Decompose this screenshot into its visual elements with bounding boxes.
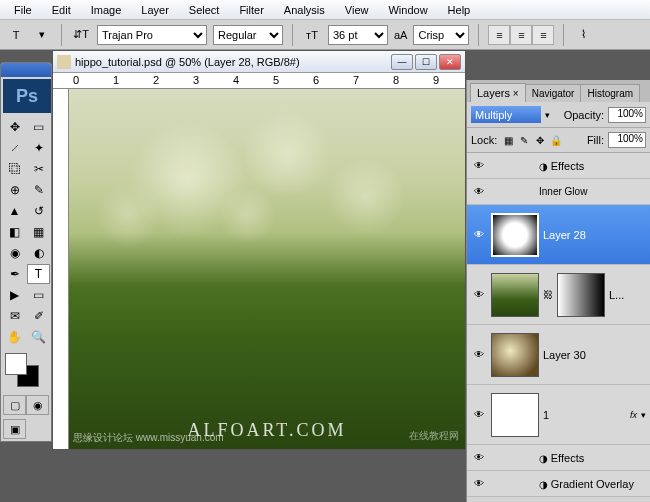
layer-name[interactable]: Layer 30 (543, 349, 646, 361)
maximize-button[interactable]: ☐ (415, 54, 437, 70)
font-family-select[interactable]: Trajan Pro (97, 25, 207, 45)
layer-row[interactable]: 👁 1 fx▾ (467, 385, 650, 445)
options-bar: T ▾ ⇵T Trajan Pro Regular тT 36 pt aA Cr… (0, 20, 650, 50)
lock-position-icon[interactable]: ✥ (533, 133, 547, 147)
visibility-toggle-icon[interactable]: 👁 (471, 347, 487, 363)
effect-inner-glow[interactable]: 👁 Inner Glow (467, 179, 650, 205)
layer-row[interactable]: 👁 Layer 30 (467, 325, 650, 385)
marquee-tool[interactable]: ▭ (27, 117, 50, 137)
history-brush-tool[interactable]: ↺ (27, 201, 50, 221)
align-center-button[interactable]: ≡ (510, 25, 532, 45)
dropdown-icon[interactable]: ▾ (32, 25, 52, 45)
layer-row[interactable]: 👁 ⛓ L... (467, 265, 650, 325)
menu-analysis[interactable]: Analysis (274, 2, 335, 18)
effects-label: ◑ Effects (491, 452, 584, 464)
eraser-tool[interactable]: ◧ (3, 222, 26, 242)
layer-thumbnail[interactable] (491, 213, 539, 257)
menu-filter[interactable]: Filter (229, 2, 273, 18)
pen-tool[interactable]: ✒ (3, 264, 26, 284)
effects-row[interactable]: 👁 ◑ Effects (467, 153, 650, 179)
menu-file[interactable]: File (4, 2, 42, 18)
visibility-toggle-icon[interactable]: 👁 (471, 184, 487, 200)
layer-mask-thumbnail[interactable] (557, 273, 605, 317)
fill-input[interactable]: 100% (608, 132, 646, 148)
stamp-tool[interactable]: ▲ (3, 201, 26, 221)
tab-layers[interactable]: Layers × (470, 83, 526, 102)
horizontal-ruler[interactable]: 0 1 2 3 4 5 6 7 8 9 (53, 73, 465, 89)
font-style-select[interactable]: Regular (213, 25, 283, 45)
vertical-ruler[interactable] (53, 89, 69, 449)
crop-tool[interactable]: ⿻ (3, 159, 26, 179)
visibility-toggle-icon[interactable]: 👁 (471, 407, 487, 423)
layer-name[interactable]: L... (609, 289, 646, 301)
menu-select[interactable]: Select (179, 2, 230, 18)
tab-histogram[interactable]: Histogram (580, 84, 640, 102)
mask-link-icon[interactable]: ⛓ (543, 289, 553, 300)
toolbox-header[interactable] (1, 63, 51, 77)
gradient-overlay-label: ◑ Gradient Overlay (491, 478, 634, 490)
type-tool[interactable]: T (27, 264, 50, 284)
menu-help[interactable]: Help (438, 2, 481, 18)
menu-edit[interactable]: Edit (42, 2, 81, 18)
move-tool[interactable]: ✥ (3, 117, 26, 137)
layer-list: 👁 ◑ Effects 👁 Inner Glow 👁 Layer 28 👁 ⛓ … (467, 153, 650, 497)
blur-tool[interactable]: ◉ (3, 243, 26, 263)
align-left-button[interactable]: ≡ (488, 25, 510, 45)
shape-tool[interactable]: ▭ (27, 285, 50, 305)
menu-view[interactable]: View (335, 2, 379, 18)
layer-thumbnail[interactable] (491, 273, 539, 317)
standard-mode-button[interactable]: ▢ (3, 395, 26, 415)
notes-tool[interactable]: ✉ (3, 306, 26, 326)
minimize-button[interactable]: — (391, 54, 413, 70)
canvas[interactable]: 思缘设计论坛 www.missyuan.com ALFOART.COM 在线教程… (69, 89, 465, 449)
lock-pixels-icon[interactable]: ✎ (517, 133, 531, 147)
path-select-tool[interactable]: ▶ (3, 285, 26, 305)
tab-navigator[interactable]: Navigator (525, 84, 582, 102)
brush-tool[interactable]: ✎ (27, 180, 50, 200)
antialias-select[interactable]: Crisp (413, 25, 469, 45)
fx-badge[interactable]: fx (630, 410, 637, 420)
layer-thumbnail[interactable] (491, 393, 539, 437)
orientation-toggle-icon[interactable]: ⇵T (71, 25, 91, 45)
color-swatches[interactable] (1, 349, 51, 393)
menu-window[interactable]: Window (378, 2, 437, 18)
workspace: Ps ✥ ▭ ⟋ ✦ ⿻ ✂ ⊕ ✎ ▲ ↺ ◧ ▦ ◉ ◐ ✒ T ▶ ▭ ✉… (0, 50, 650, 502)
opacity-input[interactable]: 100% (608, 107, 646, 123)
dodge-tool[interactable]: ◐ (27, 243, 50, 263)
wand-tool[interactable]: ✦ (27, 138, 50, 158)
inner-glow-label: Inner Glow (491, 186, 587, 197)
visibility-toggle-icon[interactable]: 👁 (471, 227, 487, 243)
effect-gradient-overlay[interactable]: 👁 ◑ Gradient Overlay (467, 471, 650, 497)
blend-mode-select[interactable]: Multiply (471, 106, 541, 123)
separator (292, 24, 293, 46)
effects-row[interactable]: 👁 ◑ Effects (467, 445, 650, 471)
layer-name[interactable]: 1 (543, 409, 626, 421)
visibility-toggle-icon[interactable]: 👁 (471, 158, 487, 174)
lasso-tool[interactable]: ⟋ (3, 138, 26, 158)
layer-name[interactable]: Layer 28 (543, 229, 646, 241)
align-right-button[interactable]: ≡ (532, 25, 554, 45)
layer-thumbnail[interactable] (491, 333, 539, 377)
eyedropper-tool[interactable]: ✐ (27, 306, 50, 326)
quickmask-mode-button[interactable]: ◉ (26, 395, 49, 415)
lock-all-icon[interactable]: 🔒 (549, 133, 563, 147)
heal-tool[interactable]: ⊕ (3, 180, 26, 200)
screen-mode-button[interactable]: ▣ (3, 419, 26, 439)
slice-tool[interactable]: ✂ (27, 159, 50, 179)
lock-transparent-icon[interactable]: ▦ (501, 133, 515, 147)
visibility-toggle-icon[interactable]: 👁 (471, 287, 487, 303)
fill-label: Fill: (587, 134, 604, 146)
font-size-select[interactable]: 36 pt (328, 25, 388, 45)
hand-tool[interactable]: ✋ (3, 327, 26, 347)
visibility-toggle-icon[interactable]: 👁 (471, 450, 487, 466)
gradient-tool[interactable]: ▦ (27, 222, 50, 242)
document-titlebar[interactable]: hippo_tutorial.psd @ 50% (Layer 28, RGB/… (53, 51, 465, 73)
foreground-swatch[interactable] (5, 353, 27, 375)
warp-text-icon[interactable]: ⌇ (573, 25, 593, 45)
visibility-toggle-icon[interactable]: 👁 (471, 476, 487, 492)
menu-layer[interactable]: Layer (131, 2, 179, 18)
menu-image[interactable]: Image (81, 2, 132, 18)
layer-row[interactable]: 👁 Layer 28 (467, 205, 650, 265)
zoom-tool[interactable]: 🔍 (27, 327, 50, 347)
close-button[interactable]: ✕ (439, 54, 461, 70)
